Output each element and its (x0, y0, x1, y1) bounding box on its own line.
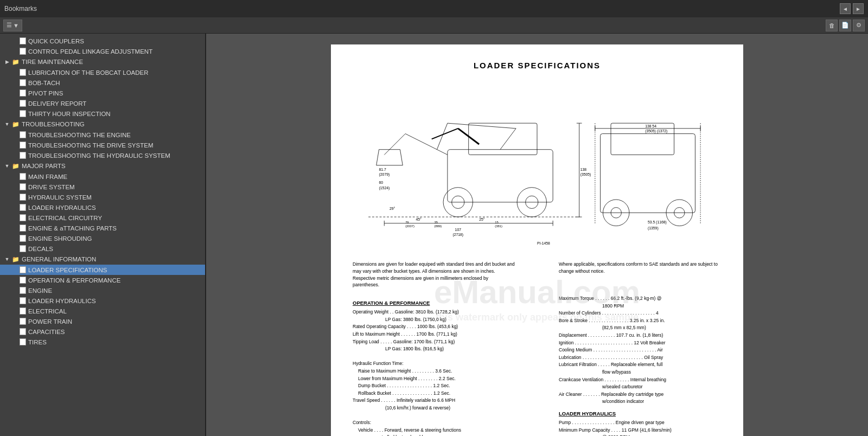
page-icon (20, 204, 26, 211)
svg-text:(1359): (1359) (648, 226, 659, 230)
page-icon (20, 245, 26, 252)
svg-text:45°: 45° (416, 217, 422, 221)
bookmark-item-engine-shrouding[interactable]: ENGINE SHROUDING (0, 233, 205, 243)
bookmark-label: POWER TRAIN (28, 318, 72, 325)
bookmark-item-main-frame[interactable]: MAIN FRAME (0, 171, 205, 182)
svg-text:138    54: 138 54 (645, 124, 656, 128)
svg-text:(2079): (2079) (379, 172, 390, 177)
bookmark-label: TROUBLESHOOTING THE HYDRAULIC SYSTEM (28, 152, 170, 159)
svg-text:(889): (889) (435, 225, 442, 228)
page-icon (20, 89, 26, 97)
collapse-icon[interactable]: ▼ (3, 255, 11, 263)
svg-text:53.5 (1168): 53.5 (1168) (648, 220, 667, 225)
bookmark-item-bob-tach[interactable]: BOB-TACH (0, 78, 205, 88)
nav-next-btn[interactable]: ► (853, 3, 864, 14)
bookmark-item-delivery-report[interactable]: DELIVERY REPORT (0, 98, 205, 108)
svg-text:(2718): (2718) (452, 233, 463, 237)
svg-line-9 (448, 123, 516, 129)
toolbar-dropdown[interactable]: ☰ ▼ (3, 20, 22, 31)
bookmark-list[interactable]: QUICK COUPLERSCONTROL PEDAL LINKAGE ADJU… (0, 34, 205, 436)
page-icon (20, 328, 26, 335)
bookmark-item-lubrication[interactable]: LUBRICATION OF THE BOBCAT LOADER (0, 67, 205, 78)
bookmark-label: BOB-TACH (28, 80, 60, 86)
svg-line-2 (405, 134, 448, 155)
bookmark-item-engine-attaching[interactable]: ENGINE & aTTACHING PARTS (0, 223, 205, 233)
add-btn[interactable]: 📄 (839, 20, 851, 31)
bookmark-label: TROUBLESHOOTING THE DRIVE SYSTEM (28, 142, 153, 149)
dropdown-icon: ☰ (7, 22, 12, 29)
svg-text:(3505) (1372): (3505) (1372) (645, 129, 667, 133)
svg-text:60: 60 (379, 181, 384, 184)
svg-rect-20 (601, 134, 695, 213)
bookmark-item-troubleshooting-drive[interactable]: TROUBLESHOOTING THE DRIVE SYSTEM (0, 140, 205, 150)
collapse-icon[interactable]: ▼ (3, 162, 11, 170)
bookmark-label: ENGINE (28, 287, 52, 294)
bookmark-item-general-information[interactable]: ▼📁GENERAL INFORMATION (0, 254, 205, 265)
bookmark-item-decals[interactable]: DECALS (0, 243, 205, 254)
svg-text:29°: 29° (390, 207, 395, 210)
collapse-icon[interactable]: ▼ (3, 120, 11, 128)
svg-text:25°: 25° (479, 217, 485, 221)
bookmark-label: LOADER SPECIFICATIONS (28, 267, 107, 273)
bookmark-label: TIRES (28, 339, 47, 345)
bookmark-label: LOADER HYDRAULICS (28, 204, 96, 211)
bookmark-item-major-parts[interactable]: ▼📁MAJOR PARTS (0, 161, 205, 171)
bookmark-label: OPERATION & PERFORMANCE (28, 277, 120, 284)
page-icon (20, 307, 26, 315)
bookmark-item-tires[interactable]: TIRES (0, 337, 205, 347)
bookmark-label: MAJOR PARTS (22, 163, 66, 169)
section-op-perf: OPERATION & PERFORMANCE (353, 299, 548, 306)
svg-line-3 (384, 134, 405, 155)
svg-text:PI-1458: PI-1458 (537, 241, 550, 245)
bookmark-label: QUICK COUPLERS (28, 38, 84, 44)
page-icon (20, 277, 26, 284)
bookmark-item-engine[interactable]: ENGINE (0, 285, 205, 296)
toolbar: ☰ ▼ 🗑 📄 ⚙ (0, 17, 868, 34)
bookmark-label: CONTROL PEDAL LINKAGE ADJUSTMENT (28, 48, 152, 55)
bookmark-item-electrical[interactable]: ELECTRICAL (0, 306, 205, 316)
doc-intro: Dimensions are given for loader equiped … (353, 261, 722, 288)
bookmark-item-pivot-pins[interactable]: PIVOT PINS (0, 88, 205, 98)
settings-btn[interactable]: ⚙ (853, 20, 865, 31)
bookmark-item-drive-system[interactable]: DRIVE SYSTEM (0, 182, 205, 192)
bookmark-item-troubleshooting-hydraulic[interactable]: TROUBLESHOOTING THE HYDRAULIC SYSTEM (0, 150, 205, 161)
main-content: QUICK COUPLERSCONTROL PEDAL LINKAGE ADJU… (0, 34, 868, 436)
svg-text:79: 79 (405, 221, 409, 224)
svg-text:35: 35 (435, 221, 438, 224)
top-bar-controls: ◄ ► (840, 3, 864, 14)
bookmark-item-loader-specs[interactable]: LOADER SPECIFICATIONS (0, 265, 205, 275)
bookmark-item-thirty-hour[interactable]: THIRTY HOUR INSPECTION (0, 108, 205, 119)
bookmark-label: LOADER HYDRAULICS (28, 298, 96, 304)
bookmark-item-loader-hydraulics[interactable]: LOADER HYDRAULICS (0, 202, 205, 213)
expand-icon[interactable]: ▶ (3, 58, 11, 66)
bookmark-label: CAPACITIES (28, 329, 65, 335)
nav-prev-btn[interactable]: ◄ (840, 3, 851, 14)
page-icon (20, 318, 26, 325)
bookmark-label: DRIVE SYSTEM (28, 184, 75, 190)
bookmark-item-power-train[interactable]: POWER TRAIN (0, 316, 205, 326)
delete-btn[interactable]: 🗑 (826, 20, 838, 31)
svg-text:138: 138 (580, 168, 587, 171)
svg-line-8 (500, 129, 516, 150)
bookmark-item-operation-performance[interactable]: OPERATION & PERFORMANCE (0, 275, 205, 285)
bookmark-label: TROUBLESHOOTING (22, 121, 85, 127)
document-page: eManual.com this watermark only appears … (331, 44, 743, 436)
bookmark-item-capacities[interactable]: CAPACITIES (0, 326, 205, 337)
diagram-svg: 107 (2718) 138 (3505) 79 (2007) 35 (889)… (353, 79, 722, 247)
bookmark-item-tire-maintenance[interactable]: ▶📁TIRE MAINTENANCE (0, 56, 205, 67)
bookmark-item-loader-hydraulics-2[interactable]: LOADER HYDRAULICS (0, 296, 205, 306)
bookmark-item-quick-couplers[interactable]: QUICK COUPLERS (0, 36, 205, 46)
svg-text:107: 107 (455, 228, 462, 232)
bookmark-label: ENGINE SHROUDING (28, 235, 92, 242)
bookmark-item-electrical-circuitry[interactable]: ELECTRICAL CIRCUITRY (0, 213, 205, 223)
bookmark-item-hydraulic-system[interactable]: HYDRAULIC SYSTEM (0, 192, 205, 202)
page-icon (20, 183, 26, 190)
svg-text:81.7: 81.7 (379, 168, 386, 171)
bookmark-item-troubleshooting[interactable]: ▼📁TROUBLESHOOTING (0, 119, 205, 130)
page-icon (20, 173, 26, 180)
bookmark-item-control-pedal[interactable]: CONTROL PEDAL LINKAGE ADJUSTMENT (0, 46, 205, 56)
bookmark-item-troubleshooting-engine[interactable]: TROUBLESHOOTING THE ENGINE (0, 130, 205, 140)
folder-icon: 📁 (12, 58, 20, 66)
intro-text: Dimensions are given for loader equiped … (353, 261, 515, 288)
page-icon (20, 37, 26, 44)
